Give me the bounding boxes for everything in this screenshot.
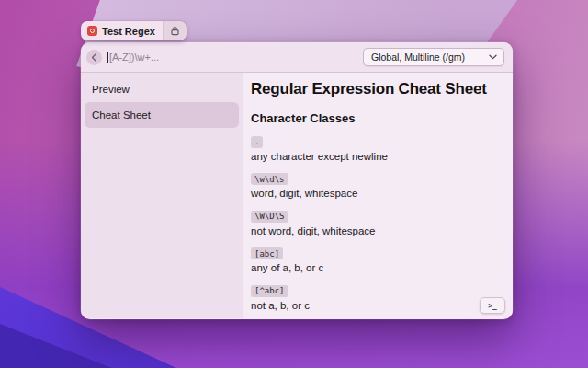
- cheatsheet-entry: \w\d\s word, digit, whitespace: [251, 169, 503, 201]
- tab-main[interactable]: Test Regex: [81, 21, 163, 40]
- cheat-sheet-panel: Regular Expression Cheat Sheet Character…: [243, 73, 513, 318]
- cheatsheet-entry: [a-g] character between a & g: [251, 318, 503, 319]
- regex-pattern-chip: .: [251, 136, 263, 148]
- app-window: [A-Z])\w+... Global, Multiline (/gm) Pre…: [81, 42, 513, 319]
- terminal-button[interactable]: >_: [480, 297, 505, 314]
- section-heading: Character Classes: [251, 111, 503, 125]
- cheatsheet-entry: [abc] any of a, b, or c: [251, 244, 503, 275]
- chevron-down-icon: [489, 54, 497, 60]
- tab-title: Test Regex: [102, 26, 155, 37]
- page-title: Regular Expression Cheat Sheet: [251, 80, 503, 98]
- regex-pattern-input[interactable]: [A-Z])\w+...: [107, 47, 356, 67]
- sidebar: Preview Cheat Sheet: [81, 73, 243, 318]
- cheatsheet-entry: [^abc] not a, b, or c: [251, 281, 503, 312]
- regex-pattern-chip: \W\D\S: [251, 211, 288, 223]
- app-favicon-icon: [87, 26, 97, 36]
- cheatsheet-entry: . any character except newline: [251, 132, 503, 163]
- tab-lock-button[interactable]: [163, 21, 187, 40]
- chevron-left-icon: [91, 53, 97, 62]
- window-body: Preview Cheat Sheet Regular Expression C…: [81, 73, 513, 318]
- sidebar-item-preview[interactable]: Preview: [85, 76, 239, 102]
- flags-dropdown[interactable]: Global, Multiline (/gm): [363, 48, 504, 66]
- text-caret: [107, 52, 108, 63]
- desktop: Test Regex [A-Z])\w+... Global, Multilin…: [0, 0, 588, 368]
- terminal-prompt-icon: >_: [488, 302, 497, 310]
- sidebar-item-label: Preview: [92, 84, 130, 95]
- regex-pattern-value: [A-Z])\w+...: [109, 52, 159, 63]
- pattern-description: not a, b, or c: [251, 300, 503, 312]
- pattern-description: any character except newline: [251, 151, 503, 163]
- tab-test-regex[interactable]: Test Regex: [81, 21, 187, 40]
- lock-icon: [170, 26, 180, 36]
- window-toolbar: [A-Z])\w+... Global, Multiline (/gm): [81, 42, 513, 73]
- regex-pattern-chip: [^abc]: [251, 285, 288, 297]
- pattern-description: word, digit, whitespace: [251, 188, 503, 200]
- flags-dropdown-value: Global, Multiline (/gm): [371, 52, 489, 63]
- sidebar-item-label: Cheat Sheet: [92, 109, 151, 121]
- cheatsheet-entry: \W\D\S not word, digit, whitespace: [251, 206, 503, 237]
- back-button[interactable]: [86, 50, 102, 65]
- regex-pattern-chip: [abc]: [251, 247, 283, 259]
- pattern-description: any of a, b, or c: [251, 262, 503, 274]
- pattern-description: not word, digit, whitespace: [251, 225, 503, 237]
- regex-pattern-chip: \w\d\s: [251, 173, 288, 185]
- sidebar-item-cheat-sheet[interactable]: Cheat Sheet: [85, 102, 239, 128]
